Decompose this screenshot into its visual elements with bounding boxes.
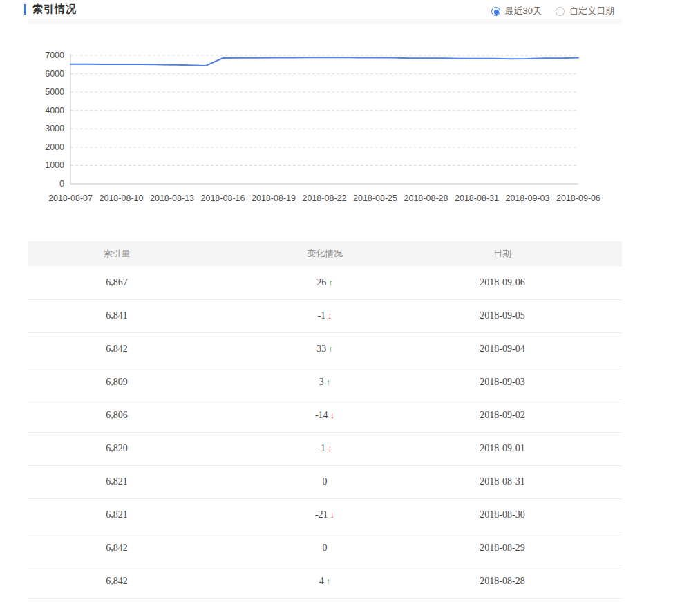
x-axis-label: 2018-08-10 (100, 194, 144, 203)
panel-header: 索引情况 最近30天 自定义日期 (0, 0, 700, 19)
down-arrow-icon: ↓ (328, 310, 332, 321)
y-axis-label: 2000 (45, 142, 64, 152)
header-separator (28, 19, 622, 24)
radio-label: 自定义日期 (569, 5, 614, 17)
table-row: 6,8424↑2018-08-28 (28, 565, 622, 598)
x-axis-label: 2018-08-31 (455, 194, 499, 203)
index-value: 6,842 (28, 565, 206, 598)
change-number: -21 (315, 509, 328, 520)
x-axis-label: 2018-08-25 (353, 194, 397, 203)
radio-last-30-days[interactable]: 最近30天 (491, 5, 542, 17)
index-status-panel: 索引情况 最近30天 自定义日期 01000200030004000500060… (0, 0, 700, 602)
change-value: 33↑ (206, 332, 444, 366)
index-value: 6,821 (28, 498, 206, 532)
date-value: 2018-08-28 (444, 565, 622, 598)
table-row: 6,821-21↓2018-08-30 (28, 498, 622, 532)
index-value: 6,867 (28, 266, 206, 299)
date-value: 2018-09-03 (444, 366, 622, 399)
down-arrow-icon: ↓ (328, 443, 332, 453)
index-value: 6,809 (28, 366, 206, 399)
table-row: 6,841-1↓2018-09-05 (28, 299, 622, 332)
column-header-date: 日期 (444, 241, 622, 266)
table-row: 6,820-1↓2018-09-01 (28, 432, 622, 465)
y-axis-label: 1000 (45, 160, 64, 170)
date-value: 2018-08-31 (444, 465, 622, 498)
up-arrow-icon: ↑ (326, 576, 331, 586)
up-arrow-icon: ↑ (328, 277, 333, 288)
radio-selected-icon[interactable] (491, 7, 500, 16)
change-value: 0 (206, 465, 444, 498)
date-value: 2018-09-06 (444, 266, 622, 299)
table-header-row: 索引量 变化情况 日期 (28, 241, 622, 266)
table-row: 6,84202018-08-29 (28, 532, 622, 565)
table-row: 6,86726↑2018-09-06 (28, 266, 622, 299)
index-value: 6,842 (28, 332, 206, 366)
x-axis-label: 2018-08-22 (303, 194, 347, 203)
change-number: 33 (316, 344, 326, 354)
index-line-series (70, 57, 578, 66)
date-value: 2018-08-30 (444, 498, 622, 532)
x-axis-label: 2018-08-28 (404, 194, 448, 203)
date-range-selector: 最近30天 自定义日期 (491, 5, 614, 17)
y-axis-label: 6000 (45, 69, 64, 79)
down-arrow-icon: ↓ (330, 410, 335, 420)
index-value: 6,821 (28, 465, 206, 498)
change-number: -1 (317, 310, 325, 321)
change-value: 3↑ (206, 366, 444, 399)
index-trend-chart: 010002000300040005000600070002018-08-072… (28, 43, 636, 216)
change-number: 26 (316, 277, 326, 288)
down-arrow-icon: ↓ (330, 509, 335, 520)
column-header-change: 变化情况 (206, 241, 444, 266)
page-title: 索引情况 (32, 3, 77, 16)
table-row: 6,82102018-08-31 (28, 465, 622, 498)
y-axis-label: 0 (59, 179, 64, 189)
column-header-index: 索引量 (28, 241, 206, 266)
index-value: 6,841 (28, 299, 206, 332)
change-number: 4 (319, 576, 324, 586)
x-axis-label: 2018-09-03 (506, 194, 550, 203)
change-value: -1↓ (206, 432, 444, 465)
x-axis-label: 2018-09-06 (556, 194, 600, 203)
y-axis-label: 5000 (45, 87, 64, 97)
x-axis-label: 2018-08-13 (150, 194, 194, 203)
change-number: 3 (319, 377, 324, 387)
change-value: -14↓ (206, 399, 444, 432)
y-axis-label: 7000 (45, 50, 64, 60)
index-value: 6,842 (28, 532, 206, 565)
table-row: 6,8093↑2018-09-03 (28, 366, 622, 399)
change-value: -1↓ (206, 299, 444, 332)
x-axis-label: 2018-08-16 (201, 194, 245, 203)
change-value: 0 (206, 532, 444, 565)
index-value: 6,820 (28, 432, 206, 465)
date-value: 2018-09-04 (444, 332, 622, 366)
title-accent-bar (24, 4, 26, 15)
x-axis-label: 2018-08-19 (252, 194, 296, 203)
radio-unselected-icon[interactable] (556, 7, 565, 16)
radio-custom-date-range[interactable]: 自定义日期 (556, 5, 614, 17)
radio-label: 最近30天 (505, 5, 542, 17)
line-chart-svg: 010002000300040005000600070002018-08-072… (28, 43, 636, 216)
y-axis-label: 4000 (45, 106, 64, 115)
table-row: 6,84233↑2018-09-04 (28, 332, 622, 366)
x-axis-label: 2018-08-07 (48, 194, 93, 203)
change-number: 0 (323, 476, 328, 487)
date-value: 2018-08-29 (444, 532, 622, 565)
index-data-table: 索引量 变化情况 日期 6,86726↑2018-09-066,841-1↓20… (28, 241, 622, 599)
table-row: 6,806-14↓2018-09-02 (28, 399, 622, 432)
up-arrow-icon: ↑ (328, 344, 333, 354)
change-number: 0 (323, 543, 328, 553)
change-number: -1 (317, 443, 325, 453)
change-number: -14 (315, 410, 328, 420)
index-value: 6,806 (28, 399, 206, 432)
change-value: 4↑ (206, 565, 444, 598)
change-value: -21↓ (206, 498, 444, 532)
up-arrow-icon: ↑ (326, 377, 331, 387)
date-value: 2018-09-05 (444, 299, 622, 332)
date-value: 2018-09-01 (444, 432, 622, 465)
change-value: 26↑ (206, 266, 444, 299)
y-axis-label: 3000 (45, 124, 64, 133)
date-value: 2018-09-02 (444, 399, 622, 432)
